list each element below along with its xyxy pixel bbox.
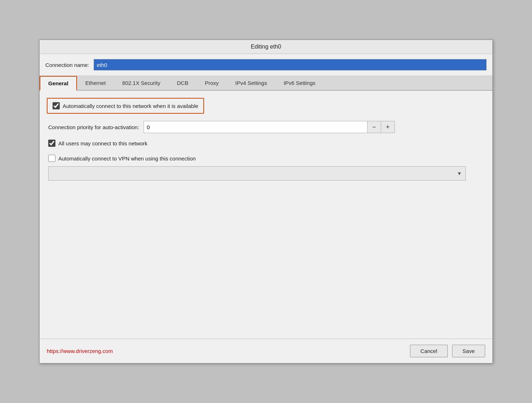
tab-ipv6-settings[interactable]: IPv6 Settings [275,76,324,90]
tabs-bar: General Ethernet 802.1X Security DCB Pro… [40,76,492,91]
tab-ethernet[interactable]: Ethernet [77,76,114,90]
auto-connect-checkbox-wrapper[interactable]: Automatically connect to this network wh… [53,102,198,109]
tab-general[interactable]: General [40,76,77,91]
tab-8021x-security[interactable]: 802.1X Security [114,76,169,90]
all-users-checkbox[interactable] [48,140,55,147]
vpn-checkbox[interactable] [48,155,55,162]
priority-label: Connection priority for auto-activation: [48,124,139,130]
priority-input-group: − + [144,121,395,133]
priority-value-input[interactable] [144,121,367,133]
vpn-dropdown-row: ▼ [47,166,485,181]
window-title: Editing eth0 [251,44,281,50]
save-button[interactable]: Save [452,345,485,357]
tab-proxy[interactable]: Proxy [197,76,227,90]
connection-name-row: Connection name: [40,54,492,76]
all-users-checkbox-wrapper[interactable]: All users may connect to this network [48,140,148,147]
auto-connect-checkbox[interactable] [53,102,60,109]
all-users-label: All users may connect to this network [58,140,148,146]
tab-ipv4-settings[interactable]: IPv4 Settings [227,76,275,90]
cancel-button[interactable]: Cancel [410,345,448,357]
vpn-dropdown[interactable]: ▼ [48,166,466,181]
vpn-dropdown-arrow-icon: ▼ [457,171,462,176]
footer-bar: https://www.driverzeng.com Cancel Save [40,339,492,363]
priority-increase-button[interactable]: + [381,121,395,133]
main-window: Editing eth0 Connection name: General Et… [39,40,493,363]
vpn-row: Automatically connect to VPN when using … [47,155,485,162]
priority-decrease-button[interactable]: − [367,121,381,133]
vpn-label: Automatically connect to VPN when using … [58,155,196,162]
title-bar: Editing eth0 [40,40,492,54]
footer-buttons: Cancel Save [410,345,485,357]
tab-dcb[interactable]: DCB [169,76,197,90]
footer-url: https://www.driverzeng.com [47,348,113,354]
auto-connect-highlighted-row: Automatically connect to this network wh… [47,98,204,114]
connection-name-input[interactable] [94,59,487,71]
vpn-checkbox-wrapper[interactable]: Automatically connect to VPN when using … [48,155,196,162]
connection-name-label: Connection name: [45,62,89,68]
auto-connect-label: Automatically connect to this network wh… [63,103,198,109]
all-users-row: All users may connect to this network [47,140,485,147]
content-area: Automatically connect to this network wh… [40,91,492,339]
priority-row: Connection priority for auto-activation:… [47,121,485,133]
